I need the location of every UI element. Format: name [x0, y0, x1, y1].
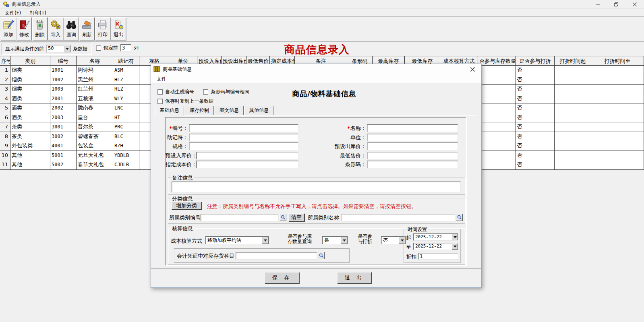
unit-label: 单位：	[302, 134, 366, 141]
min-price-input[interactable]	[367, 152, 458, 159]
table-cell	[591, 103, 644, 113]
table-cell	[555, 122, 591, 132]
tab-0[interactable]: 基础信息	[155, 106, 184, 116]
exit-button[interactable]: 退 出	[337, 272, 372, 283]
toolbar-print-button[interactable]: 打印	[95, 17, 110, 40]
lock-columns-checkbox[interactable]	[96, 45, 101, 51]
chevron-down-icon[interactable]	[452, 243, 458, 250]
category-name-input[interactable]	[341, 214, 455, 221]
lock-columns-prefix: 锁定前	[104, 45, 118, 52]
table-header-cell[interactable]: 打折时间起	[555, 56, 591, 66]
barcode-input[interactable]	[367, 161, 458, 168]
dialog-close-button[interactable]	[466, 64, 479, 75]
restore-button[interactable]	[607, 0, 625, 8]
table-cell: 烟类	[10, 75, 50, 85]
preset-in-price-input[interactable]	[196, 152, 298, 159]
discount-to-combo[interactable]: 2025-12-22	[413, 243, 458, 250]
voucher-subject-input[interactable]	[236, 252, 317, 260]
toolbar-query-button[interactable]: 查询	[64, 17, 79, 40]
table-header-cell[interactable]: 是否参与打折	[516, 56, 555, 66]
table-header-cell[interactable]: 助记符	[113, 56, 139, 66]
table-header-cell[interactable]: 名称	[77, 56, 113, 66]
accounting-group: 核算信息 成本核算方式 移动加权平均法 是否参与库 存数量查询 是 是否参 与打…	[168, 228, 465, 265]
cost-method-combo[interactable]: 移动加权平均法	[205, 236, 269, 244]
save-button[interactable]: 保 存	[265, 272, 299, 283]
table-header-cell[interactable]: 序号	[0, 56, 10, 66]
basic-info-tab-panel: *编号： *名称： 助记符： 单位： 规格： 预设出库价： 预设入库价： 最低售…	[165, 117, 467, 266]
tab-3[interactable]: 其他信息	[244, 106, 273, 115]
toolbar-exit-button[interactable]: 退出	[111, 17, 126, 40]
voucher-subject-label: 会计凭证中对应存货科目	[177, 252, 236, 260]
category-name-lookup-button[interactable]	[456, 214, 463, 221]
table-header-cell[interactable]: 编号	[50, 56, 77, 66]
lock-columns-input[interactable]	[120, 44, 131, 52]
chevron-down-icon[interactable]	[262, 237, 269, 244]
voucher-subject-box: 会计凭证中对应存货科目	[174, 248, 350, 263]
table-cell	[555, 113, 591, 123]
add-category-button[interactable]: 增加分类	[172, 202, 201, 210]
close-button[interactable]	[625, 0, 644, 8]
chevron-down-icon[interactable]	[64, 45, 70, 52]
table-cell: 1001	[50, 66, 77, 75]
assigned-cost-input[interactable]	[196, 161, 298, 168]
tab-2[interactable]: 图文信息	[215, 106, 244, 115]
cost-method-label: 成本核算方式	[171, 237, 205, 245]
table-cell	[478, 122, 516, 132]
table-header-cell[interactable]: 打折时间至	[591, 56, 644, 66]
name-input[interactable]	[367, 124, 458, 132]
voucher-subject-lookup-button[interactable]	[318, 252, 325, 259]
stock-query-combo[interactable]: 是	[322, 236, 348, 244]
table-cell	[591, 85, 644, 94]
preset-out-price-label: 预设出库价：	[302, 142, 366, 150]
category-code-lookup-button[interactable]	[280, 214, 286, 221]
app-icon	[3, 1, 9, 8]
toolbar: 添加§修改删除导入查询刷新打印退出	[1, 17, 126, 41]
tab-1[interactable]: 库存控制	[185, 106, 214, 115]
chevron-down-icon[interactable]	[452, 234, 458, 240]
menu-file[interactable]: 文件(F)	[5, 10, 21, 17]
table-cell: 否	[516, 141, 555, 151]
time-settings-legend: 时间设置	[406, 226, 428, 233]
code-label: *编号：	[166, 124, 188, 132]
edit-icon: §	[19, 19, 30, 31]
lock-columns-suffix: 列	[134, 45, 139, 52]
discount-rate-input[interactable]	[418, 253, 458, 260]
barcode-same-as-code-checkbox[interactable]: 条形码与编号相同	[203, 89, 249, 95]
mnemonic-input[interactable]	[189, 134, 298, 141]
record-limit-prefix: 显示满足条件的前	[5, 45, 44, 52]
spec-input[interactable]	[189, 142, 298, 150]
discount-from-combo[interactable]: 2025-12-22	[413, 233, 458, 241]
copy-previous-on-save-checkbox[interactable]: 保存时复制上一条数据	[157, 98, 213, 105]
toolbar-button-label: 修改	[19, 31, 29, 39]
minimize-button[interactable]	[588, 0, 607, 8]
clear-category-button[interactable]: 清空	[288, 213, 304, 221]
table-cell: 春节大礼包	[77, 160, 113, 170]
toolbar-add-button[interactable]: 添加	[1, 17, 16, 40]
code-input[interactable]	[189, 124, 298, 132]
menu-print[interactable]: 打印(T)	[30, 10, 46, 17]
discount-to-value: 2025-12-22	[414, 243, 452, 250]
table-cell	[555, 132, 591, 142]
dialog-titlebar: 商品基础信息	[151, 64, 481, 75]
toolbar-edit-button[interactable]: §修改	[17, 17, 32, 40]
record-limit-combo[interactable]: 50	[46, 45, 71, 53]
category-group: 分类信息 增加分类 注意：所属类别编号与名称不允许手工写入，请点击选择。如果需要…	[168, 198, 465, 224]
participate-discount-combo[interactable]: 否	[381, 236, 406, 244]
cost-method-value: 移动加权平均法	[206, 237, 262, 244]
table-cell	[591, 151, 644, 161]
chevron-down-icon[interactable]	[341, 237, 348, 244]
table-cell	[591, 132, 644, 142]
auto-generate-code-checkbox[interactable]: 自动生成编号	[157, 89, 194, 95]
preset-out-price-input[interactable]	[367, 142, 458, 150]
unit-input[interactable]	[367, 134, 458, 141]
toolbar-import-button[interactable]: 导入	[48, 17, 63, 40]
stock-query-label: 是否参与库 存数量查询	[288, 234, 312, 244]
toolbar-refresh-button[interactable]: 刷新	[79, 17, 95, 40]
dialog-menu-file[interactable]: 文件	[157, 76, 166, 83]
toolbar-delete-button[interactable]: 删除	[32, 17, 48, 40]
remark-textarea[interactable]	[172, 182, 461, 192]
category-code-input[interactable]	[201, 214, 279, 221]
table-header-cell[interactable]: 否参与库存数量查	[478, 56, 516, 66]
refresh-icon	[81, 19, 93, 31]
table-header-cell[interactable]: 类别	[10, 56, 50, 66]
